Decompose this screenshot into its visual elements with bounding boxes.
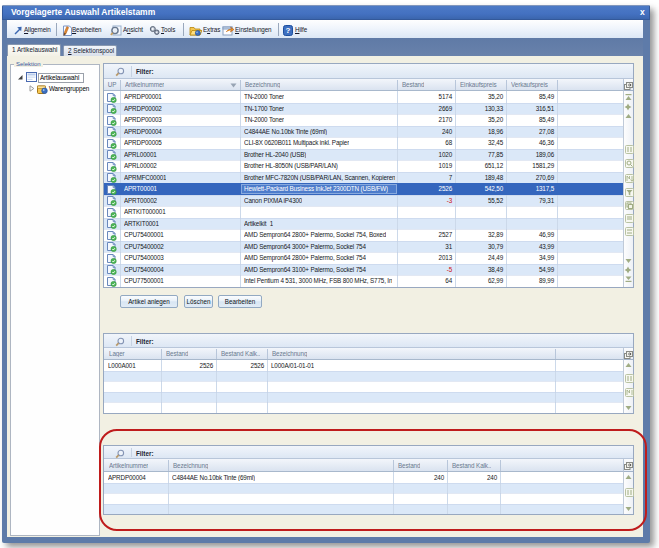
svg-text:?: ?: [286, 26, 291, 35]
